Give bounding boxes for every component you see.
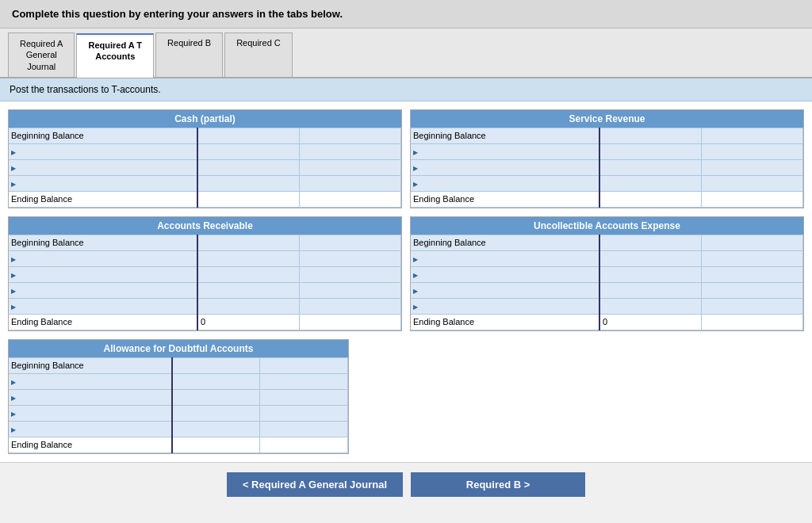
table-row: Ending Balance [411,314,803,330]
ar-beg-bal-left[interactable] [201,238,297,247]
ada-row2-right[interactable] [262,376,345,386]
table-row: Ending Balance [9,314,401,330]
srev-end-bal-right[interactable] [704,194,800,204]
table-row: ▶ [411,159,803,175]
table-row: ▶ [9,159,401,175]
uncollectible-expense-account: Uncollectible Accounts Expense Beginning… [410,216,804,331]
table-row: ▶ [411,143,803,159]
uae-row5-left[interactable] [603,301,699,311]
ada-row5-right[interactable] [262,424,345,433]
table-row: Ending Balance [411,191,803,207]
ada-beg-bal-right[interactable] [262,361,345,370]
srev-beg-bal-left[interactable] [603,131,699,140]
cash-header: Cash (partial) [9,110,401,128]
cash-row3-left[interactable] [201,162,297,172]
table-row: Beginning Balance [411,128,803,143]
table-row: ▶ [9,421,348,437]
ar-row2-right[interactable] [302,254,398,263]
ada-row3-right[interactable] [262,392,345,402]
ar-row3-right[interactable] [302,269,398,279]
ada-end-bal-right[interactable] [262,440,345,449]
uncollectible-expense-header: Uncollectible Accounts Expense [411,217,803,235]
ada-row3-left[interactable] [175,392,257,402]
table-row: ▶ [9,405,348,421]
tab-req-a-t[interactable]: Required A TAccounts [76,33,154,78]
table-row: ▶ [9,175,401,191]
top-instruction: Complete this question by entering your … [0,0,812,29]
srev-end-bal-left[interactable] [603,194,699,204]
cash-row4-left[interactable] [201,178,297,188]
bottom-navigation: < Required A General Journal Required B … [0,462,812,506]
table-row: Ending Balance [9,191,401,207]
uae-row2-right[interactable] [704,254,800,263]
ada-beg-bal-left[interactable] [175,361,257,370]
ar-beg-bal-right[interactable] [302,238,398,247]
ar-row5-left[interactable] [201,301,297,311]
srev-row3-left[interactable] [603,162,699,172]
uae-row4-right[interactable] [704,285,800,295]
ar-row4-left[interactable] [201,285,297,295]
tab-req-a-gen[interactable]: Required AGeneralJournal [8,32,75,77]
srev-row2-left[interactable] [603,147,699,156]
ada-end-bal-left[interactable] [175,440,257,449]
table-row: Beginning Balance [9,128,401,143]
uae-row4-left[interactable] [603,285,699,295]
ar-row3-left[interactable] [201,269,297,279]
tab-req-b[interactable]: Required B [155,32,223,77]
instruction-bar: Post the transactions to T-accounts. [0,78,812,101]
cash-row4-right[interactable] [302,178,398,188]
cash-account: Cash (partial) Beginning Balance ▶ ▶ [8,109,402,208]
prev-button[interactable]: < Required A General Journal [227,472,403,497]
next-button[interactable]: Required B > [411,472,585,497]
accounts-receivable-header: Accounts Receivable [9,217,401,235]
cash-row2-left[interactable] [201,147,297,156]
srev-row4-left[interactable] [603,178,699,188]
ada-row2-left[interactable] [175,376,257,386]
ada-row4-left[interactable] [175,408,257,418]
ada-row5-left[interactable] [175,424,257,433]
allowance-header: Allowance for Doubtful Accounts [9,340,348,357]
cash-row3-right[interactable] [302,162,398,172]
srev-beg-bal-right[interactable] [704,131,800,140]
uae-beg-bal-right[interactable] [704,238,800,247]
ar-row4-right[interactable] [302,285,398,295]
service-revenue-header: Service Revenue [411,110,803,128]
uae-row3-left[interactable] [603,269,699,279]
cash-end-bal-left[interactable] [201,194,297,204]
srev-row2-right[interactable] [704,147,800,156]
cash-end-bal-right[interactable] [302,194,398,204]
uae-beg-bal-left[interactable] [603,238,699,247]
cash-row2-right[interactable] [302,147,398,156]
table-row: ▶ [411,266,803,282]
cash-beg-bal-right[interactable] [302,131,398,140]
table-row: ▶ [9,389,348,405]
table-row: Beginning Balance [411,235,803,250]
ar-row2-left[interactable] [201,254,297,263]
tab-req-c[interactable]: Required C [224,32,293,77]
uae-end-bal-right[interactable] [704,317,800,326]
cash-beg-bal-left[interactable] [201,131,297,140]
table-row: Beginning Balance [9,357,348,373]
table-row: ▶ [9,298,401,314]
table-row: ▶ [411,250,803,266]
table-row: ▶ [9,266,401,282]
accounts-receivable-account: Accounts Receivable Beginning Balance ▶ … [8,216,402,331]
uae-row3-right[interactable] [704,269,800,279]
ada-row4-right[interactable] [262,408,345,418]
table-row: ▶ [9,250,401,266]
table-row: ▶ [411,298,803,314]
ar-end-bal-right[interactable] [302,317,398,326]
srev-row4-right[interactable] [704,178,800,188]
table-row: Ending Balance [9,437,348,452]
uae-end-bal-left[interactable] [603,317,699,326]
ar-row5-right[interactable] [302,301,398,311]
table-row: ▶ [9,282,401,298]
tabs-bar: Required AGeneralJournal Required A TAcc… [0,29,812,78]
service-revenue-account: Service Revenue Beginning Balance ▶ ▶ [410,109,804,208]
uae-row5-right[interactable] [704,301,800,311]
uae-row2-left[interactable] [603,254,699,263]
ar-end-bal-left[interactable] [201,317,297,326]
table-row: ▶ [9,143,401,159]
srev-row3-right[interactable] [704,162,800,172]
table-row: ▶ [411,175,803,191]
